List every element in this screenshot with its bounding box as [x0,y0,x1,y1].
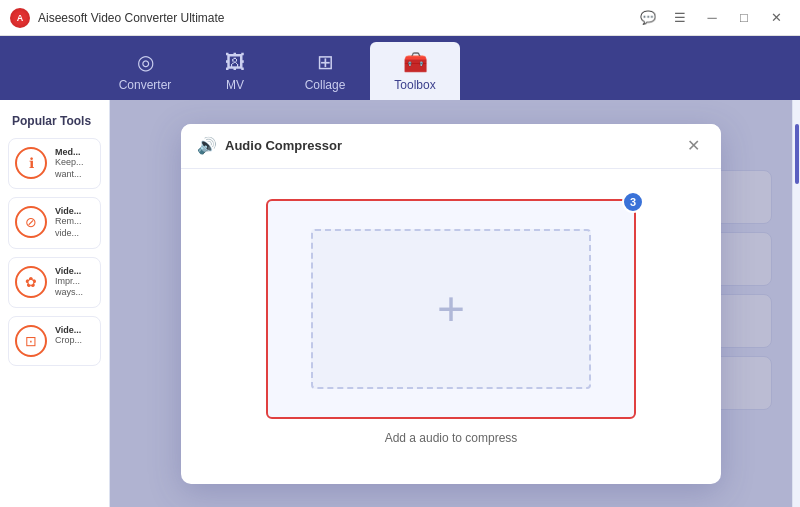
title-bar: A Aiseesoft Video Converter Ultimate 💬 ☰… [0,0,800,36]
tab-converter-label: Converter [119,78,172,92]
toolbox-icon: 🧰 [403,50,428,74]
sidebar-item-text-3: Vide... Crop... [55,325,82,347]
drop-zone-wrapper: 3 + [266,199,636,419]
audio-compressor-modal: 🔊 Audio Compressor ✕ 3 + [181,124,721,484]
modal-overlay: 🔊 Audio Compressor ✕ 3 + [110,100,792,507]
close-icon: ✕ [687,136,700,155]
tab-collage[interactable]: ⊞ Collage [280,42,370,100]
drop-zone-inner: + [311,229,591,389]
sidebar-title: Popular Tools [8,114,101,128]
logo-text: A [17,13,24,23]
watermark-icon: ⊘ [15,206,47,238]
window-controls: 💬 ☰ ─ □ ✕ [634,6,790,30]
sidebar-item-text-0: Med... Keep... want... [55,147,94,180]
modal-header: 🔊 Audio Compressor ✕ [181,124,721,169]
add-icon: + [437,285,465,333]
crop-icon: ⊡ [15,325,47,357]
tab-converter[interactable]: ◎ Converter [100,42,190,100]
sidebar-item-text-2: Vide... Impr... ways... [55,266,94,299]
file-count-badge: 3 [622,191,644,213]
tab-toolbox[interactable]: 🧰 Toolbox [370,42,460,100]
modal-title: Audio Compressor [225,138,673,153]
scrollbar-thumb [795,124,799,184]
converter-icon: ◎ [137,50,154,74]
tab-toolbox-label: Toolbox [394,78,435,92]
app-title: Aiseesoft Video Converter Ultimate [38,11,634,25]
sidebar-item-video-enhance[interactable]: ✿ Vide... Impr... ways... [8,257,101,308]
sidebar-item-video-watermark[interactable]: ⊘ Vide... Rem... vide... [8,197,101,248]
menu-button[interactable]: ☰ [666,6,694,30]
enhance-icon: ✿ [15,266,47,298]
tab-mv[interactable]: 🖼 MV [190,42,280,100]
minimize-button[interactable]: ─ [698,6,726,30]
info-icon: ℹ [15,147,47,179]
drop-hint: Add a audio to compress [385,431,518,445]
right-scrollbar[interactable] [792,100,800,507]
tab-bar: ◎ Converter 🖼 MV ⊞ Collage 🧰 Toolbox [0,36,800,100]
app-body: ◎ Converter 🖼 MV ⊞ Collage 🧰 Toolbox Pop… [0,36,800,507]
sidebar: Popular Tools ℹ Med... Keep... want... ⊘… [0,100,110,507]
main-panel: ℹ ...sor ...dio files to the ...u need ⊘… [110,100,792,507]
tab-mv-label: MV [226,78,244,92]
modal-close-button[interactable]: ✕ [681,134,705,158]
drop-zone[interactable]: + [266,199,636,419]
close-button[interactable]: ✕ [762,6,790,30]
audio-icon: 🔊 [197,136,217,155]
tab-collage-label: Collage [305,78,346,92]
chat-button[interactable]: 💬 [634,6,662,30]
modal-body: 3 + Add a audio to compress [181,169,721,469]
sidebar-item-video-crop[interactable]: ⊡ Vide... Crop... [8,316,101,366]
app-logo: A [10,8,30,28]
mv-icon: 🖼 [225,51,245,74]
maximize-button[interactable]: □ [730,6,758,30]
sidebar-item-text-1: Vide... Rem... vide... [55,206,94,239]
content-area: Popular Tools ℹ Med... Keep... want... ⊘… [0,100,800,507]
collage-icon: ⊞ [317,50,334,74]
sidebar-item-media-metadata[interactable]: ℹ Med... Keep... want... [8,138,101,189]
